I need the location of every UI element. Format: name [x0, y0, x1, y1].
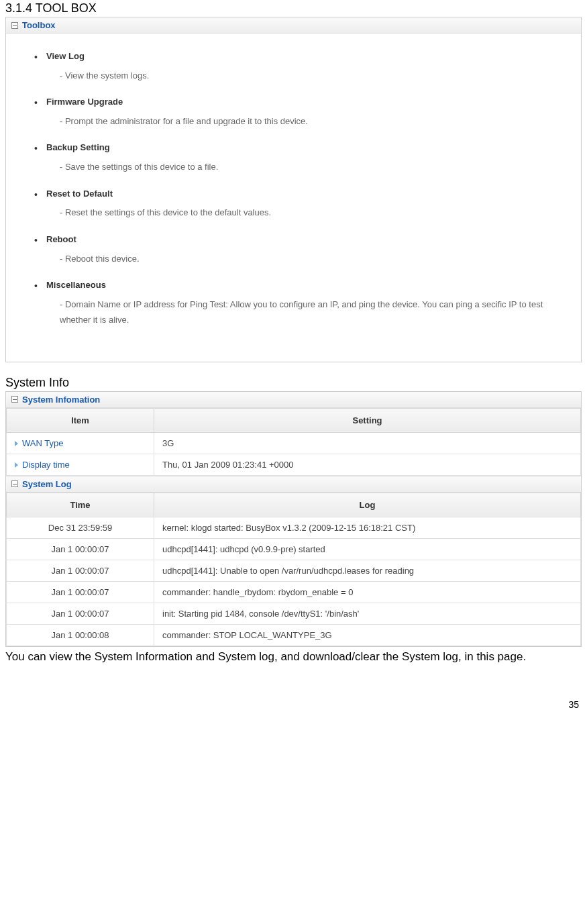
sysinfo-label-wan-type: WAN Type — [7, 432, 154, 454]
toolbox-item-desc: - Reboot this device. — [46, 251, 554, 266]
table-row: Jan 1 00:00:07 init: Starting pid 1484, … — [7, 603, 581, 624]
syslog-col-time: Time — [7, 493, 154, 517]
table-row: Jan 1 00:00:07 udhcpd[1441]: udhcpd (v0.… — [7, 538, 581, 560]
table-row: Jan 1 00:00:08 commander: STOP LOCAL_WAN… — [7, 624, 581, 646]
toolbox-item-desc: - Save the settings of this device to a … — [46, 159, 554, 174]
toolbox-item-miscellaneous: Miscellaneous - Domain Name or IP addres… — [46, 278, 554, 328]
syslog-message: udhcpd[1441]: Unable to open /var/run/ud… — [154, 560, 581, 581]
sysinfo-value-wan-type: 3G — [154, 432, 581, 454]
syslog-time: Jan 1 00:00:08 — [7, 624, 154, 646]
toolbox-item-firmware-upgrade: Firmware Upgrade - Prompt the administra… — [46, 95, 554, 129]
page-note: You can view the System Information and … — [0, 647, 587, 673]
toolbox-content: View Log - View the system logs. Firmwar… — [6, 34, 581, 362]
section-heading-system-info: System Info — [0, 374, 587, 391]
toolbox-list: View Log - View the system logs. Firmwar… — [46, 50, 554, 328]
system-log-panel-title: System Log — [22, 479, 72, 489]
toolbox-panel-header[interactable]: Toolbox — [6, 17, 581, 34]
toolbox-item-desc: - Prompt the administrator for a file an… — [46, 113, 554, 129]
toolbox-item-title[interactable]: Reboot — [46, 233, 554, 247]
sysinfo-value-display-time: Thu, 01 Jan 2009 01:23:41 +0000 — [154, 454, 581, 475]
table-row: Display time Thu, 01 Jan 2009 01:23:41 +… — [7, 454, 581, 475]
page-number: 35 — [0, 672, 587, 715]
syslog-message: commander: STOP LOCAL_WANTYPE_3G — [154, 624, 581, 646]
toolbox-item-title[interactable]: Backup Setting — [46, 141, 554, 155]
syslog-time: Jan 1 00:00:07 — [7, 603, 154, 624]
system-log-table: Time Log Dec 31 23:59:59 kernel: klogd s… — [6, 493, 581, 646]
toolbox-panel: Toolbox View Log - View the system logs.… — [5, 17, 582, 362]
table-row: Jan 1 00:00:07 commander: handle_rbydom:… — [7, 581, 581, 603]
collapse-icon — [11, 396, 18, 403]
table-row: Dec 31 23:59:59 kernel: klogd started: B… — [7, 517, 581, 538]
toolbox-item-reset-default: Reset to Default - Reset the settings of… — [46, 187, 554, 221]
syslog-message: udhcpd[1441]: udhcpd (v0.9.9-pre) starte… — [154, 538, 581, 560]
sysinfo-label-text: Display time — [22, 460, 70, 470]
arrow-icon — [15, 441, 18, 446]
syslog-time: Dec 31 23:59:59 — [7, 517, 154, 538]
system-info-table: Item Setting WAN Type 3G Display time Th… — [6, 408, 581, 476]
toolbox-item-view-log: View Log - View the system logs. — [46, 50, 554, 83]
toolbox-item-desc: - View the system logs. — [46, 68, 554, 83]
section-heading-toolbox: 3.1.4 TOOL BOX — [0, 0, 587, 17]
syslog-message: commander: handle_rbydom: rbydom_enable … — [154, 581, 581, 603]
toolbox-item-desc: - Domain Name or IP address for Ping Tes… — [46, 297, 554, 328]
system-info-panel-title: System Infomation — [22, 395, 100, 405]
sysinfo-label-text: WAN Type — [22, 438, 63, 448]
toolbox-item-backup-setting: Backup Setting - Save the settings of th… — [46, 141, 554, 174]
toolbox-item-title[interactable]: Miscellaneous — [46, 278, 554, 293]
system-info-panel-header[interactable]: System Infomation — [6, 392, 581, 408]
syslog-col-log: Log — [154, 493, 581, 517]
arrow-icon — [15, 462, 18, 468]
sysinfo-col-item: Item — [7, 408, 154, 432]
syslog-message: init: Starting pid 1484, console /dev/tt… — [154, 603, 581, 624]
toolbox-item-reboot: Reboot - Reboot this device. — [46, 233, 554, 266]
sysinfo-col-setting: Setting — [154, 408, 581, 432]
syslog-message: kernel: klogd started: BusyBox v1.3.2 (2… — [154, 517, 581, 538]
syslog-time: Jan 1 00:00:07 — [7, 560, 154, 581]
collapse-icon — [11, 22, 18, 29]
toolbox-item-title[interactable]: Firmware Upgrade — [46, 95, 554, 109]
toolbox-item-title[interactable]: View Log — [46, 50, 554, 64]
syslog-time: Jan 1 00:00:07 — [7, 581, 154, 603]
collapse-icon — [11, 480, 18, 487]
table-row: WAN Type 3G — [7, 432, 581, 454]
toolbox-item-title[interactable]: Reset to Default — [46, 187, 554, 201]
system-info-panel: System Infomation Item Setting WAN Type … — [5, 391, 582, 647]
sysinfo-label-display-time: Display time — [7, 454, 154, 475]
syslog-time: Jan 1 00:00:07 — [7, 538, 154, 560]
table-row: Jan 1 00:00:07 udhcpd[1441]: Unable to o… — [7, 560, 581, 581]
toolbox-item-desc: - Reset the settings of this device to t… — [46, 205, 554, 220]
system-log-panel-header[interactable]: System Log — [6, 476, 581, 493]
toolbox-panel-title: Toolbox — [22, 20, 56, 30]
